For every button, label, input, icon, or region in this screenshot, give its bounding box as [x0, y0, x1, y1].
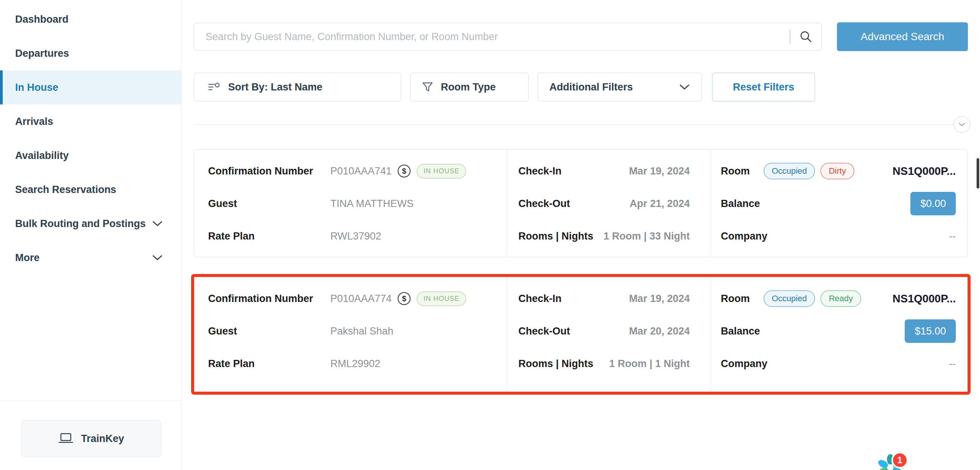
sidebar-item-departures[interactable]: Departures	[0, 36, 181, 70]
sidebar-item-dashboard[interactable]: Dashboard	[0, 2, 181, 36]
sidebar-item-label: Bulk Routing and Postings	[15, 218, 152, 230]
status-badge: IN HOUSE	[417, 292, 466, 306]
guest-label: Guest	[208, 198, 330, 210]
sidebar-item-bulk-routing[interactable]: Bulk Routing and Postings	[0, 207, 181, 241]
sidebar-item-label: More	[15, 252, 152, 264]
rooms-nights-value: 1 Room | 33 Night	[603, 231, 690, 242]
balance-label: Balance	[721, 325, 760, 337]
company-value: --	[949, 358, 956, 370]
sort-by-button[interactable]: Sort By: Last Name	[194, 73, 401, 101]
sidebar-item-label: In House	[15, 82, 163, 94]
guest-value: Pakshal Shah	[330, 325, 393, 337]
sidebar-item-arrivals[interactable]: Arrivals	[0, 104, 181, 139]
confirmation-number-label: Confirmation Number	[208, 293, 330, 304]
housekeeping-status-badge: Ready	[820, 290, 861, 307]
search-icon[interactable]	[799, 30, 813, 44]
sidebar-item-availability[interactable]: Availability	[0, 139, 181, 172]
sidebar-item-in-house[interactable]: In House	[0, 70, 181, 104]
check-out-label: Check-Out	[519, 325, 570, 337]
chevron-down-icon	[958, 122, 966, 127]
status-badge: IN HOUSE	[417, 164, 466, 178]
sidebar-item-label: Dashboard	[15, 14, 163, 25]
sidebar-item-label: Search Reservations	[15, 184, 163, 196]
room-code: NS1Q000P...	[892, 293, 956, 305]
dollar-icon[interactable]: $	[398, 292, 410, 305]
sidebar-footer: TrainKey	[0, 400, 181, 470]
collapse-toggle-button[interactable]	[953, 116, 970, 133]
section-divider	[194, 124, 968, 125]
check-in-label: Check-In	[519, 293, 562, 304]
company-label: Company	[721, 231, 767, 242]
search-box	[194, 23, 822, 51]
room-type-label: Room Type	[441, 81, 496, 93]
search-input[interactable]	[205, 31, 785, 43]
funnel-icon	[422, 81, 433, 93]
check-in-value: Mar 19, 2024	[629, 166, 690, 177]
sidebar-item-search-reservations[interactable]: Search Reservations	[0, 172, 181, 207]
confirmation-number-value: P010AAA741	[330, 166, 391, 177]
chevron-down-icon	[679, 84, 690, 91]
search-separator	[790, 30, 791, 43]
reset-filters-button[interactable]: Reset Filters	[712, 73, 815, 101]
room-code: NS1Q000P...	[892, 165, 956, 177]
app-window: Dashboard Departures In House Arrivals A…	[0, 0, 980, 470]
card-dates-column: Check-In Mar 19, 2024 Check-Out Mar 20, …	[507, 277, 711, 392]
housekeeping-status-badge: Dirty	[820, 163, 854, 179]
guest-value: TINA MATTHEWS	[330, 198, 414, 210]
rooms-nights-label: Rooms | Nights	[519, 358, 593, 370]
card-room-column: Room Occupied Ready NS1Q000P... Balance …	[711, 277, 967, 392]
sort-by-label: Sort By: Last Name	[228, 81, 322, 93]
rate-plan-label: Rate Plan	[208, 231, 330, 242]
room-type-button[interactable]: Room Type	[410, 73, 528, 101]
chevron-down-icon	[152, 220, 163, 227]
sidebar-nav: Dashboard Departures In House Arrivals A…	[0, 0, 181, 275]
card-room-column: Room Occupied Dirty NS1Q000P... Balance …	[711, 150, 967, 257]
main-content: Advanced Search Sort By: Last Name	[181, 0, 980, 470]
room-label: Room	[721, 293, 750, 304]
guest-label: Guest	[208, 325, 330, 337]
card-guest-column: Confirmation Number P010AAA741 $ IN HOUS…	[194, 150, 507, 257]
room-status-badge: Occupied	[764, 163, 815, 179]
card-guest-column: Confirmation Number P010AAA774 $ IN HOUS…	[194, 277, 507, 392]
balance-label: Balance	[721, 198, 760, 210]
scrollbar-thumb[interactable]	[977, 158, 979, 188]
chat-widget[interactable]: 1	[876, 453, 910, 470]
dollar-icon[interactable]: $	[398, 165, 410, 177]
rate-plan-value: RML29902	[330, 358, 380, 370]
chevron-down-icon	[152, 254, 163, 261]
sort-icon	[208, 81, 221, 93]
room-label: Room	[721, 166, 750, 177]
rate-plan-value: RWL37902	[330, 231, 382, 242]
confirmation-number-label: Confirmation Number	[208, 166, 330, 177]
reservation-card-highlighted[interactable]: Confirmation Number P010AAA774 $ IN HOUS…	[191, 274, 970, 395]
balance-badge[interactable]: $0.00	[910, 192, 956, 215]
company-value: --	[949, 231, 956, 242]
search-row: Advanced Search	[194, 22, 968, 51]
sidebar-item-label: Arrivals	[15, 116, 163, 127]
check-out-value: Apr 21, 2024	[630, 198, 690, 210]
card-dates-column: Check-In Mar 19, 2024 Check-Out Apr 21, …	[507, 150, 711, 257]
reservation-card[interactable]: Confirmation Number P010AAA741 $ IN HOUS…	[194, 149, 968, 257]
confirmation-number-value: P010AAA774	[330, 293, 391, 304]
room-status-badge: Occupied	[764, 290, 815, 307]
company-label: Company	[721, 358, 767, 370]
rooms-nights-value: 1 Room | 1 Night	[609, 358, 690, 370]
balance-badge[interactable]: $15.00	[905, 319, 956, 343]
additional-filters-label: Additional Filters	[549, 81, 633, 93]
sidebar-item-more[interactable]: More	[0, 241, 181, 275]
check-in-value: Mar 19, 2024	[629, 293, 690, 304]
reset-filters-label: Reset Filters	[733, 81, 794, 93]
advanced-search-button[interactable]: Advanced Search	[837, 22, 968, 51]
sidebar: Dashboard Departures In House Arrivals A…	[0, 0, 181, 470]
notification-badge: 1	[891, 452, 908, 468]
check-in-label: Check-In	[519, 166, 562, 177]
check-out-value: Mar 20, 2024	[629, 325, 690, 337]
check-out-label: Check-Out	[519, 198, 570, 210]
sidebar-item-label: Availability	[15, 150, 163, 162]
filter-row: Sort By: Last Name Room Type Additional …	[194, 73, 968, 101]
sidebar-item-label: Departures	[15, 48, 163, 59]
additional-filters-dropdown[interactable]: Additional Filters	[538, 73, 702, 101]
trainkey-button[interactable]: TrainKey	[21, 420, 161, 457]
trainkey-label: TrainKey	[81, 433, 124, 445]
laptop-icon	[58, 433, 73, 445]
